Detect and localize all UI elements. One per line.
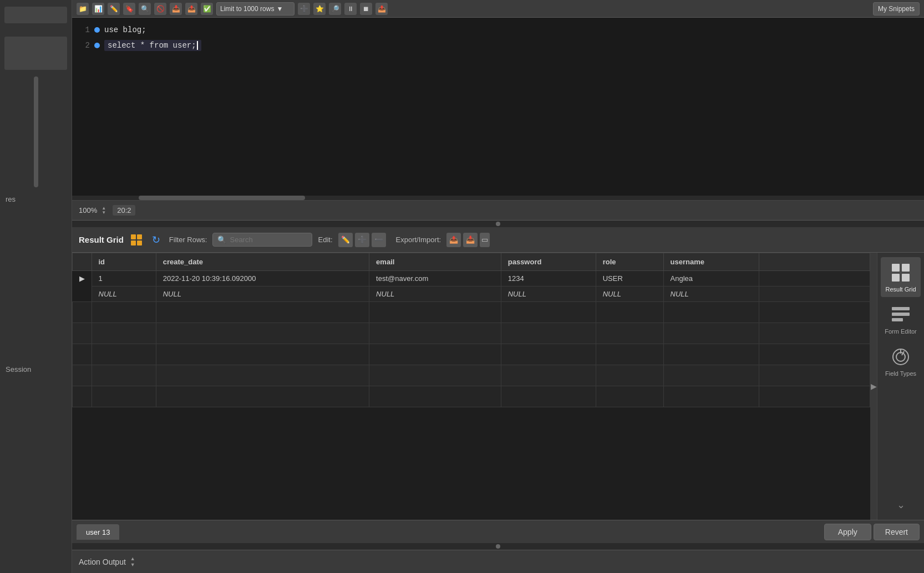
action-up-icon[interactable]: ▲ bbox=[130, 556, 135, 562]
svg-rect-4 bbox=[892, 264, 900, 272]
horizontal-drag-handle[interactable] bbox=[72, 221, 924, 227]
row-indicator: ▶ bbox=[73, 271, 92, 286]
edit-delete-row-icon[interactable]: ➖ bbox=[372, 233, 386, 247]
cell-role[interactable]: USER bbox=[596, 271, 663, 286]
sidebar-scrollbar[interactable] bbox=[34, 76, 38, 187]
cell-username[interactable]: Anglea bbox=[663, 271, 759, 286]
result-grid-panel-icon bbox=[890, 262, 912, 284]
null-username: NULL bbox=[663, 286, 759, 302]
cell-id[interactable]: 1 bbox=[92, 271, 156, 286]
toolbar-icon-zoom[interactable]: 🔎 bbox=[329, 3, 341, 15]
code-line-2: 2 select * from user; bbox=[72, 38, 924, 53]
col-header-empty bbox=[759, 253, 870, 271]
result-drag-handle[interactable] bbox=[72, 543, 924, 550]
col-header-username: username bbox=[663, 253, 759, 271]
toolbar-icon-4[interactable]: 🔖 bbox=[123, 3, 135, 15]
table-row-empty-5 bbox=[73, 386, 870, 407]
field-types-panel-label: Field Types bbox=[885, 370, 916, 377]
sidebar-top-item-2[interactable] bbox=[4, 37, 67, 70]
cell-email[interactable]: test@naver.com bbox=[369, 271, 501, 286]
apply-button[interactable]: Apply bbox=[824, 524, 871, 540]
toolbar-icon-stop[interactable]: ⏹ bbox=[360, 3, 372, 15]
toolbar-icon-export[interactable]: 📤 bbox=[375, 3, 388, 15]
export-icon[interactable]: 📤 bbox=[446, 233, 461, 247]
export-label: Export/Import: bbox=[396, 236, 441, 244]
toolbar-icon-star[interactable]: ⭐ bbox=[313, 3, 326, 15]
field-types-panel-icon bbox=[890, 346, 912, 368]
status-bar: 100% ▲ ▼ 20:2 bbox=[72, 201, 924, 221]
code-editor[interactable]: 1 use blog; 2 select * from user; bbox=[72, 18, 924, 201]
toolbar-icon-5[interactable]: 🔍 bbox=[139, 3, 151, 15]
edit-pencil-icon[interactable]: ✏️ bbox=[338, 233, 353, 247]
toolbar-icon-6[interactable]: 🚫 bbox=[154, 3, 166, 15]
toolbar-icon-add[interactable]: ➕ bbox=[298, 3, 310, 15]
expand-right-icon: ▶ bbox=[871, 382, 877, 391]
table-row[interactable]: ▶ 1 2022-11-20 10:39:16.092000 test@nave… bbox=[73, 271, 870, 286]
right-panel-result-grid[interactable]: Result Grid bbox=[881, 257, 921, 297]
edit-add-row-icon[interactable]: ➕ bbox=[355, 233, 369, 247]
search-box[interactable]: 🔍 bbox=[212, 233, 312, 247]
dropdown-arrow-icon: ▼ bbox=[276, 5, 283, 13]
chevron-down-icon[interactable]: ⌄ bbox=[892, 494, 910, 515]
import-icon[interactable]: 📥 bbox=[463, 233, 478, 247]
null-empty bbox=[759, 286, 870, 302]
line-dot-2 bbox=[94, 43, 100, 48]
zoom-arrows[interactable]: ▲ ▼ bbox=[101, 206, 106, 215]
limit-dropdown[interactable]: Limit to 1000 rows ▼ bbox=[216, 2, 295, 16]
right-panel-field-types[interactable]: Field Types bbox=[881, 341, 921, 381]
null-create-date: NULL bbox=[156, 286, 369, 302]
revert-button[interactable]: Revert bbox=[874, 524, 920, 540]
main-content: 📁 📊 ✏️ 🔖 🔍 🚫 📥 📤 ✅ Limit to 1000 rows ▼ … bbox=[72, 0, 924, 573]
search-input[interactable] bbox=[230, 236, 307, 244]
table-header-row: id create_date email password role usern… bbox=[73, 253, 870, 271]
vertical-drag-handle[interactable]: ▶ bbox=[870, 253, 877, 520]
table-row-empty-3 bbox=[73, 344, 870, 365]
action-output-arrows[interactable]: ▲ ▼ bbox=[130, 556, 135, 568]
table-row-null: NULL NULL NULL NULL NULL NULL bbox=[73, 286, 870, 302]
refresh-icon[interactable]: ↻ bbox=[149, 233, 164, 247]
grid-view-icon[interactable] bbox=[129, 233, 144, 247]
toolbar-icon-1[interactable]: 📁 bbox=[77, 3, 89, 15]
toolbar-icon-2[interactable]: 📊 bbox=[92, 3, 104, 15]
svg-rect-3 bbox=[137, 241, 142, 245]
svg-rect-9 bbox=[892, 313, 910, 316]
toolbar-icon-8[interactable]: 📤 bbox=[185, 3, 197, 15]
toolbar-icon-9[interactable]: ✅ bbox=[201, 3, 213, 15]
toolbar-icon-7[interactable]: 📥 bbox=[170, 3, 182, 15]
editor-scrollbar-thumb[interactable] bbox=[139, 196, 305, 200]
cell-empty-1 bbox=[759, 271, 870, 286]
sidebar-top-item-1[interactable] bbox=[4, 7, 67, 23]
null-email: NULL bbox=[369, 286, 501, 302]
right-panel-form-editor[interactable]: Form Editor bbox=[881, 299, 921, 339]
line-number-2: 2 bbox=[77, 41, 90, 50]
line-code-2: select * from user; bbox=[104, 40, 201, 51]
toolbar: 📁 📊 ✏️ 🔖 🔍 🚫 📥 📤 ✅ Limit to 1000 rows ▼ … bbox=[72, 0, 924, 18]
svg-rect-6 bbox=[892, 274, 900, 282]
sidebar-session-label: Session bbox=[0, 362, 72, 377]
bottom-tabs: user 13 Apply Revert bbox=[72, 520, 924, 543]
export-icons: 📤 📥 ▭ bbox=[446, 233, 490, 247]
toolbar-icon-pause[interactable]: ⏸ bbox=[344, 3, 357, 15]
editor-scrollbar[interactable] bbox=[72, 196, 924, 200]
cell-password[interactable]: 1234 bbox=[501, 271, 596, 286]
svg-rect-10 bbox=[892, 318, 903, 321]
null-row-indicator bbox=[73, 286, 92, 302]
text-cursor bbox=[197, 41, 198, 50]
edit-icons: ✏️ ➕ ➖ bbox=[338, 233, 386, 247]
action-down-icon[interactable]: ▼ bbox=[130, 562, 135, 568]
form-editor-panel-icon bbox=[890, 304, 912, 326]
svg-rect-2 bbox=[131, 241, 136, 245]
wrap-icon[interactable]: ▭ bbox=[480, 233, 490, 247]
toolbar-icon-3[interactable]: ✏️ bbox=[108, 3, 120, 15]
null-password: NULL bbox=[501, 286, 596, 302]
position-indicator: 20:2 bbox=[113, 205, 135, 216]
row-indicator-header bbox=[73, 253, 92, 271]
snippet-button[interactable]: My Snippets bbox=[873, 2, 920, 16]
zoom-down-icon[interactable]: ▼ bbox=[101, 211, 106, 215]
tab-user-13[interactable]: user 13 bbox=[77, 524, 119, 540]
data-table-container[interactable]: id create_date email password role usern… bbox=[72, 253, 870, 520]
drag-dot bbox=[496, 222, 500, 226]
cell-create-date[interactable]: 2022-11-20 10:39:16.092000 bbox=[156, 271, 369, 286]
null-role: NULL bbox=[596, 286, 663, 302]
svg-point-12 bbox=[896, 352, 905, 361]
